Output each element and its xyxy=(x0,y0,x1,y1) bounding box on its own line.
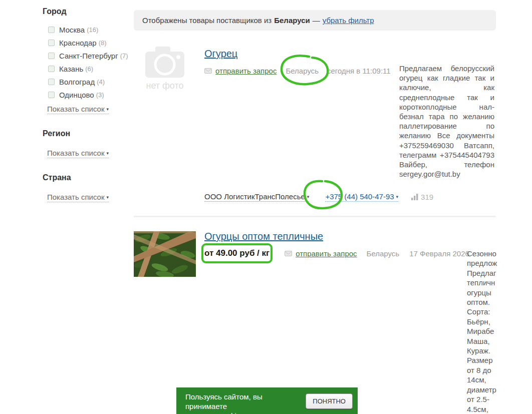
checkbox[interactable] xyxy=(48,66,55,72)
show-list-label: Показать список xyxy=(47,193,105,201)
cucumbers-photo xyxy=(134,231,196,277)
listing2-meta-row: от 49.00 руб / кг отправить запрос Белар… xyxy=(204,248,469,258)
listing1-send-request-link[interactable]: отправить запрос xyxy=(215,67,277,75)
city-label[interactable]: Москва xyxy=(59,26,85,34)
listing1-views: 319 xyxy=(411,193,433,201)
remove-filter-link[interactable]: убрать фильтр xyxy=(323,16,374,25)
city-count: (4) xyxy=(97,78,105,86)
city-filter-title: Город xyxy=(43,7,133,16)
listing2-country: Беларусь xyxy=(367,249,400,258)
bar-chart-icon xyxy=(411,194,418,200)
listing2-send-request-link[interactable]: отправить запрос xyxy=(296,249,357,258)
chevron-down-icon: ▾ xyxy=(107,107,109,112)
listing-divider xyxy=(134,216,496,217)
city-count: (6) xyxy=(85,65,93,73)
envelope-icon xyxy=(285,249,292,258)
listing1-timestamp: сегодня в 11:09:11 xyxy=(327,67,391,75)
listing1-title-link[interactable]: Огурец xyxy=(204,48,237,60)
city-label[interactable]: Одинцово xyxy=(59,91,94,99)
city-option-spb[interactable]: Санкт-Петербург (7) xyxy=(43,49,133,62)
filter-country-name: Беларуси xyxy=(274,16,310,25)
checkbox[interactable] xyxy=(48,92,55,98)
city-option-krasnodar[interactable]: Краснодар (8) xyxy=(43,36,133,49)
listing1-phone-dropdown[interactable]: +375 (44) 540-47-93▾ xyxy=(325,192,398,202)
country-filter-title: Страна xyxy=(43,173,133,182)
cookie-message: Пользуясь сайтом, вы принимаете xyxy=(185,392,262,410)
city-count: (3) xyxy=(96,91,104,99)
filter-banner-text: Отображены товары поставщиков из xyxy=(142,16,272,25)
no-photo-label: нет фото xyxy=(134,81,196,91)
dash: — xyxy=(313,16,320,25)
phone-number: +375 (44) 540-47-93 xyxy=(325,192,394,201)
checkbox[interactable] xyxy=(48,27,55,33)
city-count: (8) xyxy=(99,39,107,47)
listing1-photo-placeholder[interactable]: нет фото xyxy=(134,47,196,94)
active-filter-banner: Отображены товары поставщиков из Беларус… xyxy=(134,10,496,31)
country-show-list-link[interactable]: Показать список▾ xyxy=(47,193,109,202)
listing2-price: от 49.00 руб / кг xyxy=(204,248,270,258)
listing1-description: Предлагаем белорусский огурец как гладки… xyxy=(399,64,494,179)
cookie-policy-link[interactable]: политику cookies xyxy=(185,411,244,414)
listing2-title-link[interactable]: Огурцы оптом тепличные xyxy=(204,231,323,242)
city-option-moskva[interactable]: Москва (16) xyxy=(43,23,133,36)
city-count: (16) xyxy=(87,26,98,34)
city-count: (7) xyxy=(120,52,128,60)
cookie-accept-button[interactable]: ПОНЯТНО xyxy=(306,393,353,409)
listing2-date: 17 Февраля 2026 xyxy=(409,249,469,258)
filters-sidebar: Город Москва (16) Краснодар (8) Санкт-Пе… xyxy=(43,7,133,202)
city-label[interactable]: Краснодар xyxy=(59,39,97,47)
city-option-volgograd[interactable]: Волгоград (4) xyxy=(43,75,133,88)
city-option-kazan[interactable]: Казань (6) xyxy=(43,62,133,75)
chevron-down-icon: ▾ xyxy=(107,195,109,200)
listing1-bottom-row: ООО ЛогистикТрансПолесье▾ +375 (44) 540-… xyxy=(204,192,433,202)
envelope-icon xyxy=(204,67,212,75)
checkbox[interactable] xyxy=(48,53,55,59)
chevron-down-icon: ▾ xyxy=(307,194,310,199)
camera-icon xyxy=(143,47,186,78)
show-list-label: Показать список xyxy=(47,105,105,113)
views-count: 319 xyxy=(421,193,433,201)
city-label[interactable]: Санкт-Петербург xyxy=(59,52,118,60)
chevron-down-icon: ▾ xyxy=(107,151,109,156)
cookie-banner: Пользуясь сайтом, вы принимаете политику… xyxy=(176,387,358,414)
listing2-description: Сезонно предлож Предлаг тепличн огурцы о… xyxy=(467,249,532,414)
checkbox[interactable] xyxy=(48,40,55,46)
listing1-meta-row: отправить запрос Беларусь сегодня в 11:0… xyxy=(204,67,391,75)
chevron-down-icon: ▾ xyxy=(396,194,399,199)
listing1-company-dropdown[interactable]: ООО ЛогистикТрансПолесье▾ xyxy=(204,192,309,202)
region-filter-title: Регион xyxy=(43,129,133,138)
city-option-odintsovo[interactable]: Одинцово (3) xyxy=(43,88,133,101)
city-label[interactable]: Волгоград xyxy=(59,78,95,86)
cookie-text: Пользуясь сайтом, вы принимаете политику… xyxy=(185,392,297,414)
company-name: ООО ЛогистикТрансПолесье xyxy=(204,192,305,201)
checkbox[interactable] xyxy=(48,79,55,85)
show-list-label: Показать список xyxy=(47,149,105,157)
city-show-list-link[interactable]: Показать список▾ xyxy=(47,105,109,114)
listing1-country: Беларусь xyxy=(286,67,319,75)
region-show-list-link[interactable]: Показать список▾ xyxy=(47,149,109,158)
listing2-photo[interactable] xyxy=(134,231,196,277)
page: Город Москва (16) Краснодар (8) Санкт-Пе… xyxy=(0,0,532,414)
city-label[interactable]: Казань xyxy=(59,65,83,73)
